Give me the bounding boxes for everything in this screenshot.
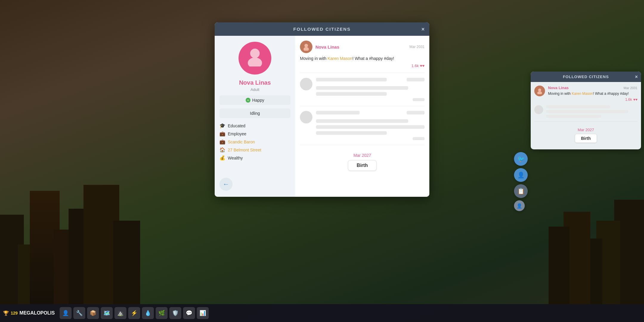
wealthy-label: Wealthy: [228, 156, 243, 160]
bird-icon-button[interactable]: 🐦: [514, 152, 528, 166]
rp-birth-badge: Birth: [575, 134, 597, 143]
attr-address[interactable]: 🏠 27 Belmont Street: [219, 147, 290, 153]
educated-label: Educated: [228, 123, 245, 128]
attr-employer[interactable]: 💼 Scandic Baron: [219, 139, 290, 145]
skeleton-post-1: [300, 78, 425, 106]
skeleton-content-2: [316, 111, 425, 140]
taskbar-btn-1[interactable]: 👤: [60, 307, 72, 319]
rp-avatar: [534, 86, 545, 96]
taskbar-btn-2[interactable]: 🔧: [73, 307, 85, 319]
right-panel-header: FOLLOWED CITIZENS ×: [531, 72, 641, 82]
idling-status-button[interactable]: Idling: [219, 109, 290, 118]
rp-post-content: Nova Linas Mar 2031 Moving in with Karen…: [548, 86, 637, 102]
citizen-name: Nova Linas: [239, 79, 271, 86]
taskbar-btn-10[interactable]: 💬: [183, 307, 195, 319]
feed-post-text: Moving in with Karen Mason! What a #happ…: [300, 55, 425, 62]
small-icon-1[interactable]: 👤: [514, 200, 525, 211]
rp-text-before: Moving in with: [548, 92, 572, 96]
attr-educated: 🎓 Educated: [219, 123, 290, 129]
skeleton-footer-2: [316, 137, 425, 140]
feed-likes: 1.6k ♥♥: [300, 64, 425, 68]
taskbar-btn-11[interactable]: 📊: [197, 307, 209, 319]
feed-section: Nova Linas Mar 2031 Moving in with Karen…: [295, 36, 429, 197]
rp-text-after: ! What a #happy #day!: [593, 92, 629, 96]
rp-main-post: Nova Linas Mar 2031 Moving in with Karen…: [534, 86, 637, 102]
taskbar-btn-9[interactable]: 🛡️: [169, 307, 181, 319]
main-panel: FOLLOWED CITIZENS × Nova Linas Adult: [215, 22, 429, 197]
panel-body: Nova Linas Adult Happy Idling 🎓: [215, 36, 429, 197]
feed-post-text-before: Moving in with: [300, 56, 328, 61]
citizen-icon-button[interactable]: 👤: [514, 168, 528, 182]
taskbar-btn-7[interactable]: 💧: [142, 307, 154, 319]
city-name: MEGALOPOLIS: [19, 310, 55, 316]
svg-point-2: [246, 98, 250, 102]
feed-post-meta: Nova Linas Mar 2031: [315, 44, 425, 49]
skeleton-content-1: [316, 78, 425, 101]
panel-title: FOLLOWED CITIZENS: [293, 27, 351, 32]
right-panel-close-button[interactable]: ×: [635, 74, 638, 80]
svg-point-0: [250, 49, 260, 58]
taskbar-city: 🏆 129 MEGALOPOLIS: [3, 310, 55, 316]
svg-point-1: [248, 58, 262, 66]
rp-likes: 1.6k ♥♥: [548, 97, 637, 102]
taskbar-btn-5[interactable]: ⛰️: [114, 307, 126, 319]
main-panel-close-button[interactable]: ×: [421, 27, 425, 32]
rp-likes-count: 1.6k: [625, 97, 632, 102]
feed-main-post: Nova Linas Mar 2031 Moving in with Karen…: [300, 41, 425, 73]
feed-post-header: Nova Linas Mar 2031: [300, 41, 425, 53]
employee-label: Employee: [228, 131, 246, 136]
educated-icon: 🎓: [219, 123, 225, 129]
feed-post-name: Nova Linas: [315, 44, 339, 49]
feed-post-link[interactable]: Karen Mason: [328, 56, 352, 61]
svg-point-7: [538, 89, 541, 92]
right-icons: 🐦 👤 📋 👤: [514, 152, 528, 211]
feed-likes-count: 1.6k: [411, 64, 419, 68]
taskbar-btn-4[interactable]: 🗺️: [101, 307, 113, 319]
citizen-type: Adult: [250, 87, 259, 92]
notes-icon-button[interactable]: 📋: [514, 184, 528, 198]
happy-dot: [246, 98, 250, 103]
taskbar-btn-8[interactable]: 🌿: [156, 307, 168, 319]
happy-status-button[interactable]: Happy: [219, 95, 290, 105]
skeleton-post-2: [300, 111, 425, 145]
svg-point-4: [248, 100, 249, 100]
feed-post-date: Mar 2031: [409, 45, 425, 49]
skeleton-footer-1: [316, 98, 425, 101]
right-panel-title: FOLLOWED CITIZENS: [563, 75, 609, 79]
home-icon: 🏠: [219, 147, 225, 153]
skeleton-avatar-1: [300, 78, 312, 90]
trophy-icon: 🏆: [3, 310, 9, 316]
attr-wealthy: 💰 Wealthy: [219, 155, 290, 161]
employer-icon: 💼: [219, 139, 225, 145]
svg-point-3: [247, 100, 248, 100]
taskbar-btn-6[interactable]: ⚡: [128, 307, 140, 319]
rp-heart-icon: ♥♥: [633, 97, 637, 102]
employer-name: Scandic Baron: [228, 140, 255, 144]
rp-birth-date: Mar 2027: [534, 128, 637, 132]
birth-event: Mar 2027 Birth: [300, 150, 425, 174]
address-label: 27 Belmont Street: [228, 148, 261, 152]
rp-divider: [534, 121, 637, 122]
rp-post-name: Nova Linas: [548, 86, 569, 90]
rp-post-header: Nova Linas Mar 2031: [548, 86, 637, 90]
svg-point-5: [304, 44, 308, 47]
birth-badge: Birth: [348, 160, 376, 171]
idling-label: Idling: [250, 111, 260, 116]
rp-birth-section: Mar 2027 Birth: [534, 125, 637, 146]
back-button[interactable]: ←: [219, 178, 233, 191]
city-score: 129: [11, 311, 18, 315]
right-panel-body: Nova Linas Mar 2031 Moving in with Karen…: [531, 82, 641, 149]
employee-icon: 💼: [219, 131, 225, 137]
birth-date: Mar 2027: [300, 153, 425, 158]
rp-skeleton-1: [534, 105, 637, 118]
happy-label: Happy: [252, 98, 264, 103]
taskbar-btn-3[interactable]: 📦: [87, 307, 99, 319]
rp-link[interactable]: Karen Mason: [572, 92, 593, 96]
rp-post-text: Moving in with Karen Mason! What a #happ…: [548, 91, 637, 96]
panel-header: FOLLOWED CITIZENS ×: [215, 22, 429, 36]
avatar-icon: [244, 46, 265, 71]
attr-employee: 💼 Employee: [219, 131, 290, 137]
svg-point-6: [304, 47, 309, 51]
svg-point-8: [537, 91, 542, 94]
feed-post-text-after: ! What a #happy #day!: [352, 56, 394, 61]
